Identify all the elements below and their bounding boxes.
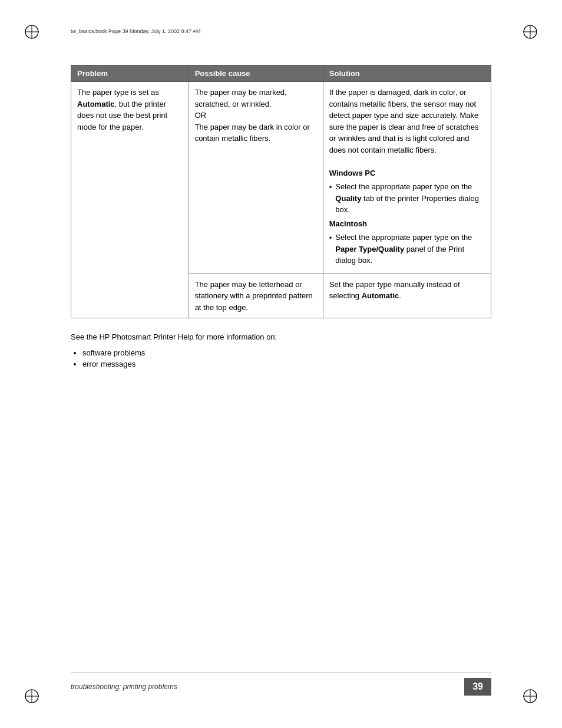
or-text: OR (195, 111, 207, 120)
bold-automatic-2: Automatic (362, 291, 399, 300)
main-table: Problem Possible cause Solution The pape… (71, 65, 491, 318)
bullet-error: error messages (82, 360, 491, 368)
table-row-1: The paper type is set as Automatic, but … (71, 82, 491, 274)
mac-bullet: • Select the appropriate paper type on t… (329, 232, 485, 266)
solution-cell-1: If the paper is damaged, dark in color, … (323, 82, 491, 274)
bullet-dot-2: • (329, 232, 332, 266)
page-number: 39 (464, 678, 491, 696)
reg-mark-top-left (24, 24, 40, 40)
windows-header: Windows PC (329, 167, 485, 179)
bullet-dot-1: • (329, 182, 332, 216)
footer-bullet-list: software problems error messages (82, 348, 491, 368)
solution-cell-2: Set the paper type manually instead of s… (323, 274, 491, 318)
header-cause: Possible cause (189, 65, 323, 82)
bold-automatic: Automatic (77, 100, 115, 108)
windows-bullet-text: Select the appropriate paper type on the… (335, 181, 485, 216)
file-info: tw_basics.book Page 39 Monday, July 1, 2… (71, 28, 200, 34)
reg-mark-top-right (522, 24, 538, 40)
bottom-footer: troubleshooting: printing problems 39 (71, 673, 491, 696)
bullet-software: software problems (82, 348, 491, 357)
cause-cell-1: The paper may be marked, scratched, or w… (189, 82, 323, 274)
cause-cell-2: The paper may be letterhead or stationer… (189, 274, 323, 318)
reg-mark-bottom-left (24, 688, 40, 704)
content-area: Problem Possible cause Solution The pape… (71, 65, 491, 371)
header-solution: Solution (323, 65, 491, 82)
windows-bullet: • Select the appropriate paper type on t… (329, 181, 485, 216)
bold-paper-type-quality: Paper Type/Quality (335, 245, 404, 253)
footer-label: troubleshooting: printing problems (71, 683, 177, 691)
header-problem: Problem (71, 65, 189, 82)
footer-intro: See the HP Photosmart Printer Help for m… (71, 332, 491, 341)
reg-mark-bottom-right (522, 688, 538, 704)
mac-header: Macintosh (329, 218, 485, 230)
mac-bullet-text: Select the appropriate paper type on the… (335, 232, 485, 266)
problem-cell-1: The paper type is set as Automatic, but … (71, 82, 189, 318)
solution-intro: If the paper is damaged, dark in color, … (329, 87, 485, 156)
bold-quality: Quality (335, 194, 361, 203)
